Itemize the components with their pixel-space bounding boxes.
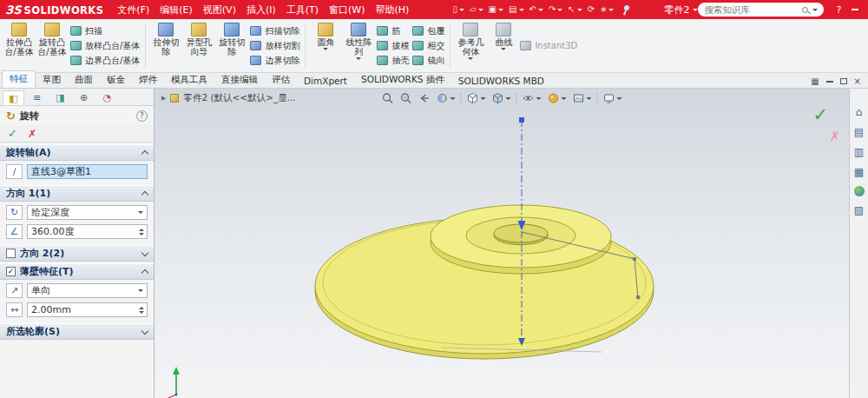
search-box[interactable] — [698, 3, 824, 17]
ribbon-draft-button[interactable]: 拔模 — [377, 38, 409, 53]
tab-configuration-manager[interactable]: ◨ — [49, 90, 71, 105]
selected-contours-section-header[interactable]: 所选轮廓(S) — [0, 323, 154, 340]
search-icon[interactable] — [802, 7, 808, 13]
feature-tree-flyout[interactable]: ▶ 零件2 (默认<<默认>_显... — [161, 92, 296, 104]
ribbon-swept-boss-button[interactable]: 扫描 — [70, 23, 140, 38]
cancel-button[interactable]: ✗ — [28, 128, 36, 140]
ribbon-intersect-button[interactable]: 相交 — [412, 38, 444, 53]
ribbon-boundary-boss-button[interactable]: 边界凸台/基体 — [70, 53, 140, 68]
hide-show-items-button[interactable] — [522, 91, 542, 105]
select-button[interactable]: ↖ — [566, 3, 583, 16]
direction1-section-header[interactable]: 方向 1(1) — [0, 185, 154, 202]
doc-close-button[interactable]: × — [854, 76, 861, 86]
edit-appearance-button[interactable] — [547, 91, 568, 105]
tab-mold-tools[interactable]: 模具工具 — [164, 72, 214, 88]
section-view-button[interactable] — [436, 91, 457, 105]
menu-view[interactable]: 视图(V) — [198, 2, 241, 18]
thin-type-dropdown[interactable]: 单向 — [27, 283, 148, 298]
ribbon-rib-button[interactable]: 筋 — [377, 23, 409, 38]
ribbon-lofted-cut-button[interactable]: 放样切割 — [250, 38, 299, 53]
undo-button[interactable]: ↶ — [528, 3, 545, 16]
ribbon-revolved-boss-button[interactable]: 旋转凸台/基体 — [36, 21, 69, 70]
angle-input[interactable]: 360.00度 — [27, 224, 148, 239]
tab-surfaces[interactable]: 曲面 — [68, 72, 100, 88]
appearances-scenes-icon[interactable] — [854, 186, 865, 196]
spinner-up-icon[interactable] — [139, 307, 144, 309]
options-button[interactable]: ∗ — [598, 3, 615, 16]
tab-property-manager[interactable]: ◧ — [3, 90, 24, 105]
thin-feature-checkbox[interactable]: ✓ — [6, 267, 16, 276]
spinner-down-icon[interactable] — [139, 311, 144, 314]
pane-layout-icon[interactable]: ▦ — [811, 76, 819, 86]
tab-dimxpert-manager[interactable]: ⊕ — [73, 90, 95, 105]
direction2-checkbox[interactable] — [6, 249, 16, 258]
ribbon-boundary-cut-button[interactable]: 边界切除 — [250, 53, 299, 68]
ribbon-fillet-button[interactable]: 圆角 — [309, 21, 342, 70]
doc-restore-button[interactable] — [840, 78, 847, 84]
doc-minimize-button[interactable] — [826, 81, 833, 83]
menu-window[interactable]: 窗口(W) — [324, 2, 370, 18]
tab-direct-editing[interactable]: 直接编辑 — [214, 72, 265, 88]
print-button[interactable]: ▤ — [507, 3, 525, 16]
solidworks-resources-icon[interactable]: ⌂ — [856, 106, 863, 118]
ribbon-shell-button[interactable]: 抽壳 — [377, 53, 409, 68]
previous-view-button[interactable] — [418, 91, 431, 105]
ribbon-wrap-button[interactable]: 包覆 — [412, 23, 444, 38]
revolve-model[interactable] — [315, 205, 654, 359]
spinner-down-icon[interactable] — [139, 233, 144, 235]
thin-feature-section-header[interactable]: ✓ 薄壁特征(T) — [0, 263, 154, 280]
ribbon-hole-wizard-button[interactable]: 异型孔向导 — [182, 21, 215, 70]
redo-button[interactable]: ↷ — [547, 3, 564, 16]
tab-feature-manager[interactable]: ≡ — [26, 90, 48, 105]
zoom-to-area-button[interactable] — [399, 91, 413, 105]
zoom-to-fit-button[interactable] — [381, 91, 395, 105]
apply-scene-button[interactable] — [572, 91, 593, 105]
help-icon[interactable]: ? — [136, 110, 148, 122]
direction-reverse-icon[interactable]: ↻ — [6, 205, 23, 220]
tab-weldments[interactable]: 焊件 — [132, 72, 164, 88]
tab-sketch[interactable]: 草图 — [36, 72, 68, 88]
tab-evaluate[interactable]: 评估 — [265, 72, 297, 88]
help-button[interactable]: ? — [834, 4, 843, 16]
menu-edit[interactable]: 编辑(E) — [155, 2, 198, 18]
confirm-cancel-icon[interactable]: ✗ — [829, 129, 840, 144]
rebuild-button[interactable]: ⟳ — [586, 3, 596, 16]
ribbon-extruded-cut-button[interactable]: 拉伸切除 — [149, 21, 182, 70]
ribbon-linear-pattern-button[interactable]: 线性阵列 — [342, 21, 375, 70]
thickness-spinner[interactable] — [139, 307, 144, 314]
spinner-up-icon[interactable] — [139, 229, 144, 231]
ribbon-lofted-boss-button[interactable]: 放样凸台/基体 — [70, 38, 140, 53]
ok-button[interactable]: ✓ — [8, 127, 17, 140]
view-settings-button[interactable] — [602, 91, 623, 105]
ribbon-swept-cut-button[interactable]: 扫描切除 — [250, 23, 299, 38]
menu-insert[interactable]: 插入(I) — [241, 2, 281, 18]
menu-file[interactable]: 文件(F) — [112, 2, 155, 18]
thickness-input[interactable]: 2.00mm — [27, 302, 148, 317]
angle-spinner[interactable] — [139, 229, 144, 235]
tab-dimxpert[interactable]: DimXpert — [297, 74, 354, 88]
breadcrumb-text[interactable]: 零件2 (默认<<默认>_显... — [183, 92, 295, 104]
graphics-viewport[interactable]: ▶ 零件2 (默认<<默认>_显... ✓ ✗ — [155, 89, 849, 398]
new-doc-button[interactable]: ▯ — [450, 3, 466, 16]
tab-display-manager[interactable]: ◔ — [96, 90, 118, 105]
expand-tree-icon[interactable]: ▶ — [161, 95, 166, 102]
tab-features[interactable]: 特征 — [2, 70, 36, 88]
ribbon-revolved-cut-button[interactable]: 旋转切除 — [215, 21, 248, 70]
custom-properties-icon[interactable]: ▧ — [854, 204, 864, 216]
direction2-section-header[interactable]: 方向 2(2) — [0, 245, 154, 262]
tab-sheet-metal[interactable]: 钣金 — [100, 72, 132, 88]
ribbon-extruded-boss-button[interactable]: 拉伸凸台/基体 — [3, 21, 36, 70]
tab-solidworks-mbd[interactable]: SOLIDWORKS MBD — [451, 74, 551, 88]
axis-section-header[interactable]: 旋转轴(A) — [0, 144, 154, 161]
ribbon-mirror-button[interactable]: 镜向 — [412, 53, 444, 68]
menu-tools[interactable]: 工具(T) — [281, 2, 324, 18]
save-button[interactable]: ▣ — [487, 3, 505, 16]
design-library-icon[interactable]: ▤ — [854, 126, 864, 138]
view-orientation-button[interactable] — [466, 91, 487, 105]
display-style-button[interactable] — [491, 91, 512, 105]
search-input[interactable] — [704, 4, 798, 15]
viewport-canvas[interactable] — [155, 89, 849, 398]
end-condition-dropdown[interactable]: 给定深度 — [27, 205, 148, 220]
confirm-ok-icon[interactable]: ✓ — [812, 104, 828, 125]
tab-solidworks-addins[interactable]: SOLIDWORKS 插件 — [354, 72, 451, 88]
